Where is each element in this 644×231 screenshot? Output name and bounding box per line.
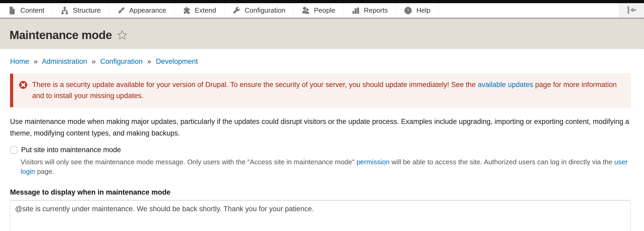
bar-chart-icon [351, 6, 360, 15]
toolbar-item-label: Extend [195, 6, 216, 15]
sitemap-icon [60, 6, 69, 15]
checkbox-desc-part1: Visitors will only see the maintenance m… [21, 158, 356, 166]
breadcrumb: Home » Administration » Configuration » … [10, 57, 631, 66]
maintenance-mode-checkbox-row: Put site into maintenance mode [10, 146, 631, 154]
toolbar-item-content[interactable]: Content [0, 3, 53, 18]
people-icon [301, 6, 310, 15]
breadcrumb-link-home[interactable]: Home [10, 57, 29, 65]
toolbar-item-configuration[interactable]: Configuration [224, 3, 294, 18]
maintenance-message-field-wrapper: @site is currently under maintenance. We… [10, 200, 631, 231]
breadcrumb-link-configuration[interactable]: Configuration [100, 57, 143, 65]
error-message-box: There is a security update available for… [10, 74, 630, 107]
maintenance-message-textarea[interactable]: @site is currently under maintenance. We… [10, 200, 631, 231]
svg-text:?: ? [407, 8, 410, 13]
toolbar-item-reports[interactable]: Reports [343, 3, 396, 18]
toolbar-item-label: Configuration [245, 6, 286, 15]
page-title: Maintenance mode [10, 28, 112, 42]
toolbar-item-label: People [314, 6, 335, 15]
maintenance-message-label: Message to display when in maintenance m… [10, 188, 631, 196]
maintenance-mode-checkbox[interactable] [10, 146, 17, 154]
maintenance-mode-checkbox-label[interactable]: Put site into maintenance mode [21, 146, 121, 154]
toolbar-item-label: Appearance [129, 6, 166, 15]
wrench-icon [232, 6, 241, 15]
breadcrumb-link-administration[interactable]: Administration [42, 57, 87, 65]
breadcrumb-separator: » [34, 57, 38, 65]
error-icon [19, 81, 27, 89]
breadcrumb-separator: » [92, 57, 96, 65]
error-text-before-link: There is a security update available for… [32, 81, 478, 89]
toolbar-item-label: Content [20, 6, 44, 15]
question-icon: ? [404, 6, 412, 15]
maintenance-mode-checkbox-description: Visitors will only see the maintenance m… [21, 157, 631, 176]
favorite-star-icon[interactable] [117, 30, 128, 41]
checkbox-desc-part2: will be able to access the site. Authori… [390, 158, 614, 166]
file-icon [8, 6, 16, 15]
checkbox-desc-part3: page. [35, 167, 54, 175]
collapse-left-icon [626, 4, 638, 17]
toolbar-item-appearance[interactable]: Appearance [109, 3, 174, 18]
browser-top-strip [0, 0, 644, 3]
admin-toolbar: Content Structure Appearance Extend Conf… [0, 3, 644, 18]
puzzle-icon [182, 6, 191, 15]
toolbar-item-label: Reports [364, 6, 388, 15]
page-header: Maintenance mode [0, 18, 644, 49]
toolbar-item-people[interactable]: People [293, 3, 343, 18]
toolbar-item-structure[interactable]: Structure [53, 3, 109, 18]
toolbar-item-label: Help [416, 6, 430, 15]
breadcrumb-link-development[interactable]: Development [156, 57, 198, 65]
permission-link[interactable]: permission [356, 158, 390, 166]
toolbar-item-help[interactable]: ? Help [396, 3, 438, 18]
toolbar-spacer [439, 3, 619, 18]
breadcrumb-separator: » [147, 57, 151, 65]
toolbar-item-label: Structure [73, 6, 101, 15]
maintenance-mode-intro-text: Use maintenance mode when making major u… [10, 116, 631, 139]
toolbar-item-extend[interactable]: Extend [174, 3, 224, 18]
toolbar-orientation-toggle-button[interactable] [619, 3, 644, 18]
main-content: Home » Administration » Configuration » … [0, 57, 644, 231]
available-updates-link[interactable]: available updates [478, 81, 533, 89]
error-message-text: There is a security update available for… [32, 79, 623, 101]
paintbrush-icon [117, 6, 125, 15]
